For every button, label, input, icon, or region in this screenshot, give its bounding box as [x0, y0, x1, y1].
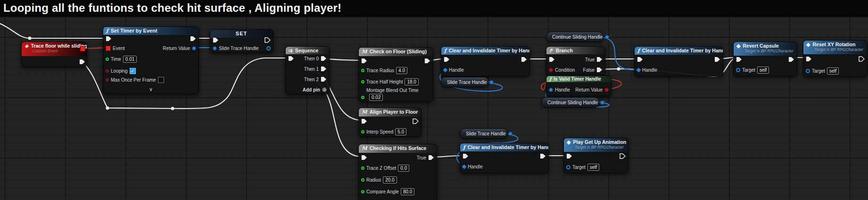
branch-icon: ↱: [549, 48, 554, 53]
interp-speed-input[interactable]: 5.0: [395, 128, 406, 135]
exec-in-pin[interactable]: [736, 57, 742, 62]
trace-radius-pin[interactable]: [361, 69, 364, 72]
exec-in-pin[interactable]: [637, 57, 643, 62]
exec-out-pin[interactable]: [79, 59, 85, 65]
return-value-pin[interactable]: [192, 46, 196, 50]
exec-in-pin[interactable]: [463, 153, 469, 159]
delegate-pin[interactable]: [80, 46, 85, 51]
exec-in-pin[interactable]: [806, 56, 812, 62]
trace-half-height-input[interactable]: 18.0: [405, 78, 418, 85]
node-revert-capsule[interactable]: ◈Revert Capsule Target is BP RPGCharacte…: [733, 42, 797, 76]
getter-continue-sliding-handle-bottom[interactable]: Continue Sliding Handle: [541, 97, 600, 108]
exec-in-pin[interactable]: [361, 58, 367, 64]
exec-in-pin[interactable]: [444, 57, 450, 62]
pin-label: Condition: [555, 67, 575, 73]
node-clear-timer-1[interactable]: ƒClear and Invalidate Timer by Handle Ha…: [441, 46, 530, 76]
compare-angle-pin[interactable]: [361, 190, 364, 193]
looping-checkbox[interactable]: ✓: [130, 68, 136, 74]
exec-out-pin[interactable]: [265, 37, 271, 43]
call-icon: ◈: [736, 43, 740, 49]
output-pin[interactable]: [605, 35, 609, 39]
getter-continue-sliding-handle-top[interactable]: Continue Sliding Handle: [546, 32, 603, 42]
compare-angle-input[interactable]: 80.0: [401, 188, 414, 195]
montage-blend-input[interactable]: 0.02: [369, 94, 383, 101]
handle-out-pin[interactable]: [266, 46, 271, 50]
exec-out-pin[interactable]: [424, 58, 430, 64]
pin-label: False: [583, 67, 595, 73]
trace-z-offset-pin[interactable]: [361, 167, 364, 170]
exec-in-pin[interactable]: [566, 153, 572, 159]
node-trace-floor-event[interactable]: ◈Trace floor while sliding Custom Event: [21, 42, 87, 67]
handle-pin[interactable]: [637, 67, 641, 72]
node-branch[interactable]: ↱Branch True Condition False: [546, 46, 605, 75]
looping-pin[interactable]: [106, 69, 109, 73]
getter-slide-trace-handle-2[interactable]: Slide Trace Handle: [460, 128, 508, 139]
false-pin[interactable]: [596, 67, 603, 73]
exec-out-pin[interactable]: [540, 153, 546, 159]
target-pin[interactable]: [736, 68, 740, 72]
node-set-variable[interactable]: SET Slide Trace Handle: [210, 29, 273, 53]
node-play-get-up-animation[interactable]: ◈Play Get Up Animation Target is BP RPGC…: [563, 138, 628, 173]
node-title: Reset XY Rotation: [812, 42, 855, 47]
trace-z-offset-input[interactable]: 0.0: [398, 165, 409, 172]
exec-in-pin[interactable]: [361, 155, 367, 160]
exec-in-pin[interactable]: [361, 118, 367, 124]
interp-speed-pin[interactable]: [361, 130, 364, 133]
target-pin[interactable]: [806, 69, 810, 73]
collapse-chevron-icon[interactable]: ∨: [103, 87, 198, 92]
montage-blend-pin[interactable]: [361, 96, 364, 99]
trace-radius-input[interactable]: 4.0: [396, 67, 407, 74]
target-input[interactable]: self: [587, 164, 600, 171]
node-checking-if-hits-surface[interactable]: MChecking if Hits Surface True Trace Z O…: [358, 144, 437, 200]
output-pin[interactable]: [489, 80, 494, 84]
exec-out-pin[interactable]: [714, 57, 720, 62]
handle-in-pin[interactable]: [213, 46, 217, 50]
true-pin[interactable]: [428, 155, 434, 160]
node-sequence[interactable]: ⇉Sequence Then 0 Then 1 Then 2 Add pin ⊕: [285, 46, 330, 94]
radius-input[interactable]: 20.0: [383, 176, 397, 183]
exec-out-pin[interactable]: [521, 57, 527, 62]
node-clear-timer-3[interactable]: ƒClear and Invalidate Timer by Handle Ha…: [460, 143, 549, 173]
exec-in-pin[interactable]: [549, 57, 555, 62]
condition-pin[interactable]: [549, 68, 553, 72]
trace-half-height-pin[interactable]: [361, 80, 364, 83]
handle-pin[interactable]: [443, 67, 448, 72]
reroute-dot: [617, 67, 620, 70]
node-align-player-to-floor[interactable]: MAlign Player to Floor Interp Speed 5.0: [358, 108, 422, 137]
node-clear-timer-2[interactable]: ƒClear and Invalidate Timer by Handle Ha…: [634, 46, 723, 76]
output-pin[interactable]: [508, 132, 513, 136]
node-is-valid-timer-handle[interactable]: ƒIs Valid Timer Handle Handle Return Val…: [546, 75, 612, 96]
return-value-pin[interactable]: [604, 88, 609, 92]
target-input[interactable]: self: [827, 67, 839, 75]
target-input[interactable]: self: [757, 67, 769, 74]
node-check-on-floor[interactable]: MCheck on Floor (Sliding) Trace Radius 4…: [358, 47, 433, 102]
then2-pin[interactable]: [321, 76, 327, 82]
exec-in-pin[interactable]: [106, 36, 112, 42]
exec-in-pin[interactable]: [213, 37, 219, 43]
exec-out-pin[interactable]: [190, 36, 196, 42]
exec-out-pin[interactable]: [859, 56, 865, 62]
radius-pin[interactable]: [361, 178, 364, 182]
getter-slide-trace-handle-1[interactable]: Slide Trace Handle: [441, 77, 489, 87]
max-once-checkbox[interactable]: [158, 77, 164, 83]
then1-pin[interactable]: [321, 66, 327, 72]
max-once-pin[interactable]: [106, 78, 109, 82]
time-input[interactable]: 0.01: [123, 56, 137, 63]
event-delegate-pin[interactable]: [106, 46, 111, 51]
add-pin-icon[interactable]: ⊕: [322, 87, 327, 92]
true-pin[interactable]: [596, 57, 603, 62]
then0-pin[interactable]: [321, 56, 327, 61]
time-pin[interactable]: [106, 58, 109, 61]
pin-label: Then 2: [304, 77, 319, 82]
exec-out-pin[interactable]: [788, 57, 794, 62]
handle-pin[interactable]: [549, 88, 553, 92]
target-pin[interactable]: [566, 165, 570, 169]
handle-pin[interactable]: [462, 164, 467, 169]
node-set-timer-by-event[interactable]: ƒSet Timer by Event Event Return Value T…: [103, 26, 199, 94]
add-pin-label[interactable]: Add pin: [303, 87, 320, 92]
exec-out-pin[interactable]: [413, 118, 419, 124]
output-pin[interactable]: [600, 100, 604, 105]
node-reset-xy-rotation[interactable]: ◈Reset XY Rotation Target is BP RPGChara…: [803, 40, 868, 77]
exec-in-pin[interactable]: [288, 56, 294, 61]
exec-out-pin[interactable]: [620, 153, 626, 159]
